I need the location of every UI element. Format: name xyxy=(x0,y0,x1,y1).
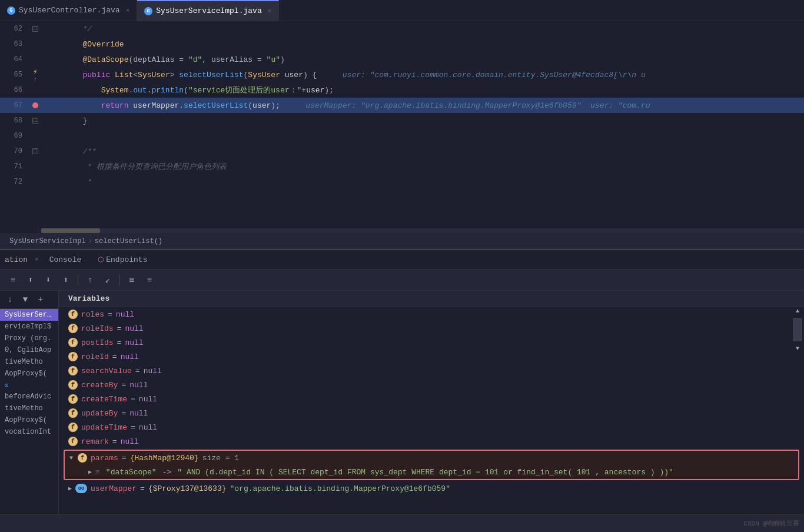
code-line-62: 62 □ */ xyxy=(0,21,804,36)
toolbar-down-btn[interactable]: ⬇ xyxy=(40,272,57,288)
gutter-66 xyxy=(29,82,41,98)
var-name-usermapper: userMapper xyxy=(91,484,137,493)
var-eq-updatetime: = xyxy=(131,423,135,432)
toolbar-get-btn[interactable]: ↑ xyxy=(82,272,98,288)
gutter-67 xyxy=(29,98,41,113)
var-name-searchvalue: searchValue xyxy=(81,367,132,375)
panel-close-btn[interactable]: × xyxy=(35,256,39,263)
code-lines: 62 □ */ 63 @Override 64 @DataScope(de xyxy=(0,21,804,189)
var-eq-roleid: = xyxy=(112,353,117,361)
var-eq-remark: = xyxy=(112,437,117,446)
gutter-72 xyxy=(29,174,41,189)
var-val-searchvalue: null xyxy=(144,367,162,375)
sidebar-item-tivemethod[interactable]: tiveMetho xyxy=(0,356,58,368)
fold-icon-70[interactable]: □ xyxy=(32,148,38,154)
tab-console[interactable]: Console xyxy=(44,253,88,267)
var-item-postids: f postIds = null xyxy=(59,335,804,350)
tab-sysuserserviceimpl[interactable]: G SysUserServiceImpl.java × xyxy=(137,0,279,21)
code-line-68: 68 □ } xyxy=(0,113,804,128)
var-icon-params: f xyxy=(78,453,87,463)
sidebar-filter-btn[interactable]: ▼ xyxy=(19,293,32,306)
var-item-updatetime: f updateTime = null xyxy=(59,420,804,434)
var-item-createtime: f createTime = null xyxy=(59,392,804,406)
sidebar-items-list: SysUserServi ▲ ▼ erviceImpl$ Proxy (org.… xyxy=(0,309,58,514)
variables-header: Variables xyxy=(59,291,804,307)
breadcrumb-method: selectUserList() xyxy=(95,237,162,245)
hscroll-bar[interactable] xyxy=(41,228,804,233)
toolbar-jump-btn[interactable]: ⬆ xyxy=(58,272,74,288)
sidebar-item-serviceimpl[interactable]: erviceImpl$ xyxy=(0,321,58,332)
sidebar-item-sysuserservi[interactable]: SysUserServi xyxy=(0,309,58,321)
sidebar-add-btn[interactable]: + xyxy=(34,293,47,306)
variables-panel: Variables f roles = null f roleIds = nul… xyxy=(59,291,804,514)
var-val-createby: null xyxy=(129,381,148,390)
gutter-71 xyxy=(29,159,41,174)
sidebar-item-proxy[interactable]: Proxy (org. xyxy=(0,332,58,344)
var-item-roleids: f roleIds = null xyxy=(59,321,804,335)
var-name-updateby: updateBy xyxy=(81,409,118,418)
line-num-62: 62 xyxy=(0,21,29,36)
toolbar-more-btn[interactable]: ≡ xyxy=(141,272,158,288)
tab-close-controller[interactable]: × xyxy=(126,7,130,14)
toolbar-step-btn[interactable]: ↙ xyxy=(99,272,116,288)
var-icon-remark: f xyxy=(68,437,78,446)
sidebar-item-beforeadvic[interactable]: beforeAdvic xyxy=(0,391,58,403)
expand-arrow-params[interactable]: ▼ xyxy=(69,455,73,461)
sidebar-item-aopproxy1[interactable]: AopProxy$( xyxy=(0,368,58,380)
oo-icon: ⊙ xyxy=(5,381,9,389)
breakpoint-67[interactable] xyxy=(32,102,38,108)
bottom-bar: CSDN @鸣蜩铃兰香 xyxy=(0,514,804,532)
sidebar-item-tivemethod2[interactable]: tiveMetho xyxy=(0,403,58,414)
panel-title-label: ation xyxy=(5,255,28,264)
toolbar-up-btn[interactable]: ⬆ xyxy=(22,272,39,288)
expand-arrow-datascope[interactable]: ▶ xyxy=(88,468,92,476)
var-eq-roleids: = xyxy=(117,324,122,333)
sidebar-content-row: SysUserServi ▲ ▼ erviceImpl$ Proxy (org.… xyxy=(0,309,58,514)
var-eq-postids: = xyxy=(117,338,122,347)
code-content-62: */ xyxy=(41,21,804,36)
line-num-66: 66 xyxy=(0,82,29,98)
breadcrumb-sep: › xyxy=(88,237,92,245)
code-content-66: System.out.println("service切面处理后的user："+… xyxy=(41,82,804,98)
sidebar-down-btn[interactable]: ↓ xyxy=(4,293,16,306)
expand-arrow-usermapper[interactable]: ▶ xyxy=(68,485,72,492)
var-icon-searchvalue: f xyxy=(68,366,78,375)
line-num-65: 65 xyxy=(0,67,29,82)
fold-icon-68[interactable]: □ xyxy=(32,118,38,124)
gutter-68: □ xyxy=(29,113,41,128)
tab-endpoints[interactable]: ⬡ Endpoints xyxy=(92,253,153,267)
tab-sysusercontroller[interactable]: G SysUserController.java × xyxy=(0,0,137,21)
fold-icon-62[interactable]: □ xyxy=(32,26,38,32)
var-icon-createby: f xyxy=(68,380,78,390)
toolbar-table-btn[interactable]: ⊞ xyxy=(124,272,140,288)
var-icon-postids: f xyxy=(68,338,78,347)
toolbar-all-frames-btn[interactable]: ≡ xyxy=(5,272,21,288)
var-eq-usermapper: = xyxy=(140,484,145,493)
var-name-remark: remark xyxy=(81,437,109,446)
code-content-70: /** xyxy=(41,144,804,159)
debug-main: ↓ ▼ + SysUserServi ▲ ▼ erviceImpl$ Proxy… xyxy=(0,291,804,514)
hscroll-thumb[interactable] xyxy=(41,228,100,233)
gutter-62: □ xyxy=(29,21,41,36)
sidebar-item-oo[interactable]: ⊙ xyxy=(0,380,58,391)
var-arrow-datascope: -> xyxy=(162,468,172,477)
sidebar-item-cglib[interactable]: 0, CglibAop xyxy=(0,344,58,356)
code-content-71: * 根据条件分页查询已分配用户角色列表 xyxy=(41,159,804,174)
code-editor: 62 □ */ 63 @Override 64 @DataScope(de xyxy=(0,21,804,233)
var-item-roles: f roles = null xyxy=(59,307,804,321)
line-num-71: 71 xyxy=(0,159,29,174)
breadcrumb-bar: SysUserServiceImpl › selectUserList() xyxy=(0,233,804,250)
var-item-searchvalue: f searchValue = null xyxy=(59,364,804,378)
sidebar-item-aopproxy2[interactable]: AopProxy$( xyxy=(0,414,58,426)
toolbar-sep2 xyxy=(119,274,120,286)
sidebar-controls: ↓ ▼ + xyxy=(0,291,58,309)
tab-console-label: Console xyxy=(49,255,82,264)
debug-sidebar: ↓ ▼ + SysUserServi ▲ ▼ erviceImpl$ Proxy… xyxy=(0,291,59,514)
gutter-69 xyxy=(29,128,41,144)
gutter-63 xyxy=(29,36,41,52)
sidebar-item-vocationint[interactable]: vocationInt xyxy=(0,426,58,438)
var-icon-updatetime: f xyxy=(68,423,78,432)
breadcrumb-class: SysUserServiceImpl xyxy=(9,237,86,245)
tab-close-service[interactable]: × xyxy=(268,8,272,15)
line-num-69: 69 xyxy=(0,128,29,144)
